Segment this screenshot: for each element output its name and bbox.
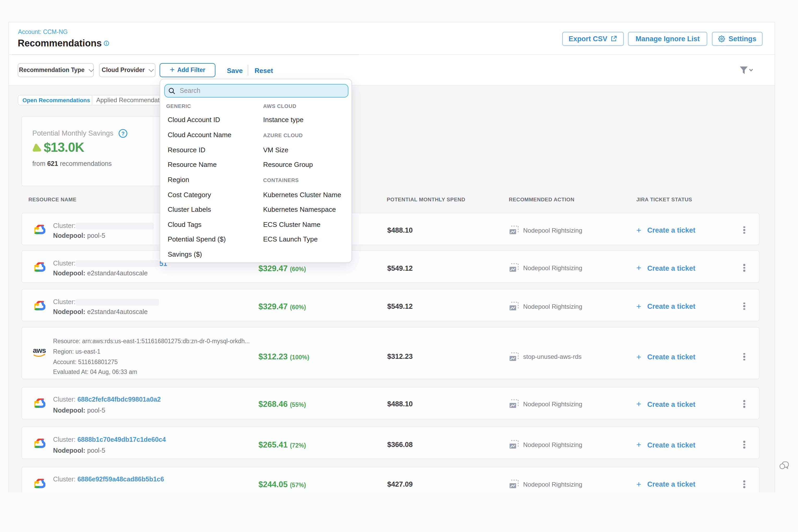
svg-text:?: ?	[121, 130, 125, 136]
